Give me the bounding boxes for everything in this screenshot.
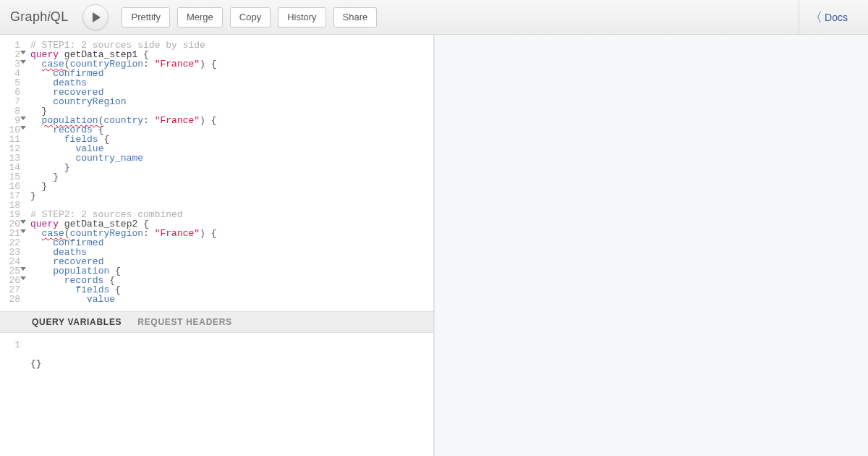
- query-editor[interactable]: 1234567891011121314151617181920212223242…: [0, 35, 433, 311]
- fold-icon[interactable]: [20, 220, 26, 224]
- main-area: 1234567891011121314151617181920212223242…: [0, 35, 868, 456]
- vars-line-number: 1: [0, 340, 20, 350]
- line-number: 28: [0, 295, 20, 304]
- fold-icon[interactable]: [20, 267, 26, 271]
- code-line[interactable]: }: [30, 172, 217, 182]
- play-icon: [93, 12, 101, 22]
- execute-button[interactable]: [82, 4, 109, 30]
- fold-icon[interactable]: [20, 117, 26, 120]
- result-pane: [434, 35, 868, 456]
- code-line[interactable]: countryRegion: [30, 97, 217, 106]
- merge-button[interactable]: Merge: [177, 7, 223, 28]
- app-logo: GraphiQL: [10, 9, 68, 25]
- fold-icon[interactable]: [20, 60, 26, 64]
- code-line[interactable]: value: [30, 295, 217, 304]
- fold-icon[interactable]: [20, 51, 26, 54]
- fold-icon[interactable]: [20, 229, 26, 233]
- share-button[interactable]: Share: [333, 7, 378, 28]
- history-button[interactable]: History: [278, 7, 326, 28]
- prettify-button[interactable]: Prettify: [122, 7, 169, 28]
- code-line[interactable]: }: [30, 182, 217, 191]
- code-line[interactable]: }: [30, 191, 217, 200]
- variables-editor[interactable]: 1 {}: [0, 333, 433, 456]
- result-divider: [434, 35, 435, 456]
- fold-icon[interactable]: [20, 126, 26, 130]
- fold-icon[interactable]: [20, 276, 26, 280]
- left-column: 1234567891011121314151617181920212223242…: [0, 35, 434, 456]
- chevron-left-icon: 〈: [809, 11, 822, 24]
- docs-label: Docs: [825, 12, 848, 23]
- logo-graph: Graph: [10, 9, 48, 24]
- tab-request-headers[interactable]: Request Headers: [137, 317, 232, 327]
- docs-button[interactable]: 〈 Docs: [802, 0, 858, 35]
- copy-button[interactable]: Copy: [230, 7, 271, 28]
- toolbar: GraphiQL Prettify Merge Copy History Sha…: [0, 0, 868, 35]
- code-area[interactable]: # STEP1: 2 sources side by sidequery get…: [25, 41, 217, 311]
- vars-code[interactable]: {}: [25, 340, 75, 456]
- variables-tabbar: Query Variables Request Headers: [0, 311, 433, 333]
- logo-ql: QL: [51, 9, 69, 24]
- vars-line: {}: [30, 359, 75, 368]
- tab-query-variables[interactable]: Query Variables: [32, 317, 122, 327]
- toolbar-divider: [799, 0, 799, 35]
- vars-gutter: 1: [0, 340, 25, 456]
- line-gutter: 1234567891011121314151617181920212223242…: [0, 41, 25, 311]
